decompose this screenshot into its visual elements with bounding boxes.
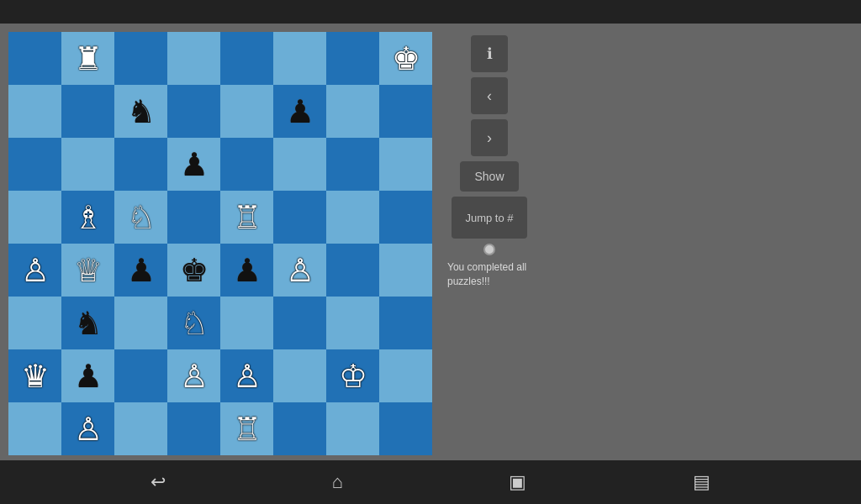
piece-wR-e1: ♖ <box>233 413 261 445</box>
square-nav-button[interactable]: ▣ <box>509 471 526 493</box>
cell-d4[interactable]: ♚ <box>167 244 220 297</box>
cell-a1[interactable] <box>8 402 61 455</box>
cell-d3[interactable]: ♘ <box>167 297 220 349</box>
cell-e1[interactable]: ♖ <box>220 402 273 455</box>
back-icon: ‹ <box>487 87 492 105</box>
cell-g8[interactable] <box>326 32 379 85</box>
piece-bP-e4: ♟ <box>233 255 261 286</box>
cell-h3[interactable] <box>379 297 432 349</box>
cell-f3[interactable] <box>273 297 326 349</box>
cell-g6[interactable] <box>326 138 379 191</box>
piece-wB-b5: ♗ <box>74 202 103 234</box>
cell-d2[interactable]: ♙ <box>167 349 220 402</box>
cell-e7[interactable] <box>220 85 273 138</box>
piece-wP-f4: ♙ <box>286 255 314 286</box>
cell-e6[interactable] <box>220 138 273 191</box>
recent-nav-button[interactable]: ▤ <box>693 471 710 493</box>
cell-a6[interactable] <box>8 138 61 191</box>
forward-button[interactable]: › <box>471 119 508 156</box>
info-button[interactable]: ℹ <box>471 35 508 72</box>
cell-b5[interactable]: ♗ <box>61 191 114 244</box>
cell-b2[interactable]: ♟ <box>61 349 114 402</box>
piece-bK-d4: ♚ <box>180 255 209 286</box>
cell-h1[interactable] <box>379 402 432 455</box>
cell-c3[interactable] <box>114 297 167 349</box>
cell-h4[interactable] <box>379 244 432 297</box>
cell-b6[interactable] <box>61 138 114 191</box>
cell-g4[interactable] <box>326 244 379 297</box>
cell-c7[interactable]: ♞ <box>114 85 167 138</box>
piece-bN-b3: ♞ <box>74 307 103 339</box>
cell-e3[interactable] <box>220 297 273 349</box>
main-area: ♜ ♚ ♞ ♟ ♟ ♗ <box>0 24 861 460</box>
jump-button[interactable]: Jump to # <box>452 197 527 239</box>
radio-row <box>483 244 495 255</box>
cell-a5[interactable] <box>8 191 61 244</box>
forward-icon: › <box>487 129 492 147</box>
cell-b4[interactable]: ♕ <box>61 244 114 297</box>
cell-c5[interactable]: ♘ <box>114 191 167 244</box>
cell-b8[interactable]: ♜ <box>61 32 114 85</box>
cell-d5[interactable] <box>167 191 220 244</box>
piece-wP-b1: ♙ <box>74 413 103 445</box>
piece-wR-b8: ♜ <box>74 43 103 75</box>
cell-c4[interactable]: ♟ <box>114 244 167 297</box>
show-label: Show <box>474 170 504 183</box>
home-nav-button[interactable]: ⌂ <box>332 471 343 493</box>
piece-wP-d2: ♙ <box>180 360 209 392</box>
completion-text: You completed all puzzles!!! <box>447 260 531 289</box>
chess-board: ♜ ♚ ♞ ♟ ♟ ♗ <box>8 32 432 455</box>
cell-h8[interactable]: ♚ <box>379 32 432 85</box>
show-button[interactable]: Show <box>460 161 519 192</box>
back-button[interactable]: ‹ <box>471 77 508 114</box>
piece-wQ-b4: ♕ <box>74 255 103 286</box>
info-icon: ℹ <box>487 45 493 63</box>
cell-g5[interactable] <box>326 191 379 244</box>
cell-e4[interactable]: ♟ <box>220 244 273 297</box>
cell-c6[interactable] <box>114 138 167 191</box>
cell-f6[interactable] <box>273 138 326 191</box>
cell-c8[interactable] <box>114 32 167 85</box>
cell-f4[interactable]: ♙ <box>273 244 326 297</box>
cell-f5[interactable] <box>273 191 326 244</box>
cell-c2[interactable] <box>114 349 167 402</box>
cell-e8[interactable] <box>220 32 273 85</box>
cell-f1[interactable] <box>273 402 326 455</box>
cell-a3[interactable] <box>8 297 61 349</box>
cell-h2[interactable] <box>379 349 432 402</box>
cell-e5[interactable]: ♖ <box>220 191 273 244</box>
cell-a8[interactable] <box>8 32 61 85</box>
cell-g2[interactable]: ♔ <box>326 349 379 402</box>
cell-c1[interactable] <box>114 402 167 455</box>
cell-b1[interactable]: ♙ <box>61 402 114 455</box>
cell-f2[interactable] <box>273 349 326 402</box>
radio-dot[interactable] <box>483 244 495 255</box>
jump-label: Jump to # <box>465 212 513 224</box>
cell-f7[interactable]: ♟ <box>273 85 326 138</box>
cell-e2[interactable]: ♙ <box>220 349 273 402</box>
sidebar: ℹ ‹ › Show Jump to # You completed all p… <box>447 32 531 460</box>
chess-board-container: ♜ ♚ ♞ ♟ ♟ ♗ <box>8 32 437 460</box>
piece-wP-e2: ♙ <box>233 360 261 392</box>
cell-h6[interactable] <box>379 138 432 191</box>
cell-g1[interactable] <box>326 402 379 455</box>
piece-bP-c4: ♟ <box>127 255 156 286</box>
cell-h7[interactable] <box>379 85 432 138</box>
cell-d6[interactable]: ♟ <box>167 138 220 191</box>
piece-bN-c7: ♞ <box>127 96 156 128</box>
cell-h5[interactable] <box>379 191 432 244</box>
cell-g3[interactable] <box>326 297 379 349</box>
cell-f8[interactable] <box>273 32 326 85</box>
cell-d7[interactable] <box>167 85 220 138</box>
back-nav-button[interactable]: ↩ <box>151 471 166 493</box>
piece-wQ-a2: ♛ <box>21 360 50 392</box>
cell-b7[interactable] <box>61 85 114 138</box>
piece-bP-d6: ♟ <box>180 149 209 181</box>
cell-a7[interactable] <box>8 85 61 138</box>
cell-b3[interactable]: ♞ <box>61 297 114 349</box>
cell-a2[interactable]: ♛ <box>8 349 61 402</box>
cell-a4[interactable]: ♙ <box>8 244 61 297</box>
cell-d8[interactable] <box>167 32 220 85</box>
cell-d1[interactable] <box>167 402 220 455</box>
cell-g7[interactable] <box>326 85 379 138</box>
